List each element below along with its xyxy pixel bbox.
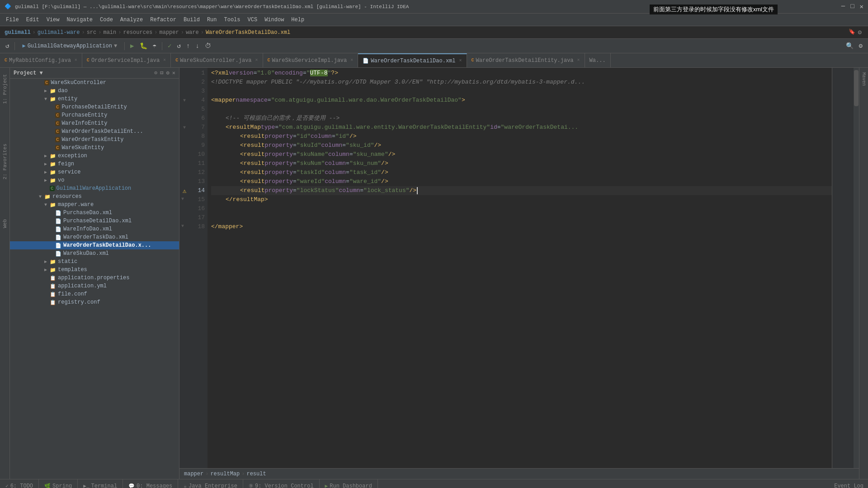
tree-entity[interactable]: ▼ 📁 entity <box>10 95 179 103</box>
maximize-button[interactable]: □ <box>850 3 854 10</box>
web-panel-toggle[interactable]: Web <box>1 217 9 230</box>
editor-bc-result[interactable]: result <box>246 471 266 477</box>
bc-ware[interactable]: ware <box>186 29 199 36</box>
git-refresh[interactable]: ↺ <box>175 41 182 51</box>
menu-help[interactable]: Help <box>288 15 308 25</box>
tree-wareordertaskdao-xml[interactable]: 📄 WareOrderTaskDao.xml <box>10 233 179 241</box>
tree-purchasedetailentity[interactable]: C PurchaseDetailEntity <box>10 103 179 111</box>
project-panel-toggle[interactable]: 1: Project <box>1 72 9 106</box>
tab-messages[interactable]: 💬 0: Messages <box>123 479 178 488</box>
tab-spring[interactable]: 🌿 Spring <box>39 479 78 488</box>
tree-registry-conf[interactable]: 📋 registry.conf <box>10 298 179 306</box>
tab-wareskuserviceimpl[interactable]: C WareSkuServiceImpl.java × <box>263 53 359 67</box>
tree-gulimallwareapplication[interactable]: C GulimallWareApplication <box>10 184 179 192</box>
tree-wareinfodao-xml[interactable]: 📄 WareInfoDao.xml <box>10 225 179 233</box>
bc-gulimall-ware[interactable]: gulimall-ware <box>38 29 80 36</box>
tab-wareskucontroller[interactable]: C WareSkuController.java × <box>171 53 263 67</box>
tab-wareordertaskdetailentity[interactable]: C WareOrderTaskDetailEntity.java × <box>467 53 585 67</box>
code-editor[interactable]: <?xml version = "1.0" encoding = "UTF-8"… <box>208 68 832 468</box>
menu-vcs[interactable]: VCS <box>244 15 261 25</box>
tab-orderserviceimpl[interactable]: C OrderServiceImpl.java × <box>82 53 171 67</box>
tree-file-conf[interactable]: 📋 file.conf <box>10 290 179 298</box>
tab-run-dashboard[interactable]: ▶ Run Dashboard <box>320 479 378 488</box>
menu-edit[interactable]: Edit <box>23 15 43 25</box>
run-button[interactable]: ▶ <box>128 41 136 51</box>
fold-icon-line15[interactable]: ▼ <box>181 197 184 202</box>
tree-static[interactable]: ▶ 📁 static <box>10 258 179 266</box>
tree-service[interactable]: ▶ 📁 service <box>10 168 179 176</box>
menu-code[interactable]: Code <box>96 15 117 25</box>
settings-button[interactable]: ⚙ <box>857 41 864 51</box>
coverage-button[interactable]: ☂ <box>151 41 158 51</box>
debug-button[interactable]: 🐛 <box>138 41 149 51</box>
tab-close-wareskuserviceimpl[interactable]: × <box>350 58 353 63</box>
tree-wareskudao-xml[interactable]: 📄 WareSkuDao.xml <box>10 249 179 258</box>
tree-application-properties[interactable]: 📋 application.properties <box>10 274 179 282</box>
scrollbar-thumb[interactable] <box>854 70 859 106</box>
bc-file[interactable]: WareOrderTaskDetailDao.xml <box>206 29 290 36</box>
warning-icon-line14[interactable]: ⚠ <box>183 187 186 195</box>
git-pull[interactable]: ↓ <box>193 42 201 51</box>
tree-feign[interactable]: ▶ 📁 feign <box>10 160 179 168</box>
editor-bc-mapper[interactable]: mapper <box>184 471 203 477</box>
tab-terminal[interactable]: ▶_ Terminal <box>78 479 123 488</box>
git-checkmark[interactable]: ✓ <box>166 41 173 51</box>
tree-exception[interactable]: ▶ 📁 exception <box>10 152 179 160</box>
maven-panel-toggle[interactable]: Maven <box>861 72 866 86</box>
bc-main[interactable]: main <box>103 29 116 36</box>
sidebar-settings[interactable]: ⚙ <box>166 70 170 76</box>
tree-purchaseentity[interactable]: C PurchaseEntity <box>10 111 179 119</box>
tree-purchasedao-xml[interactable]: 📄 PurchaseDao.xml <box>10 209 179 217</box>
menu-window[interactable]: Window <box>261 15 288 25</box>
tree-wareordertaskentity[interactable]: C WareOrderTaskEntity <box>10 136 179 144</box>
tree-dao[interactable]: ▶ 📁 dao <box>10 87 179 95</box>
tree-wareordertaskdetaildao-xml[interactable]: 📄 WareOrderTaskDetailDao.x... <box>10 241 179 249</box>
tree-wareordertaskdetailentity[interactable]: C WareOrderTaskDetailEnt... <box>10 127 179 136</box>
bc-src[interactable]: src <box>87 29 97 36</box>
tree-mapper-ware[interactable]: ▼ 📁 mapper.ware <box>10 201 179 209</box>
event-log-tab[interactable]: Event Log <box>834 483 863 488</box>
menu-view[interactable]: View <box>43 15 63 25</box>
run-config-dropdown[interactable]: ▼ <box>114 43 117 49</box>
bc-resources[interactable]: resources <box>123 29 152 36</box>
fold-icon-line4[interactable]: ▼ <box>183 98 186 103</box>
menu-navigate[interactable]: Navigate <box>63 15 96 25</box>
minimize-button[interactable]: ─ <box>841 3 845 10</box>
menu-analyze[interactable]: Analyze <box>117 15 146 25</box>
sidebar-collapse-all[interactable]: ⊟ <box>160 70 163 76</box>
tree-wareinfoentity[interactable]: C WareInfoEntity <box>10 119 179 127</box>
tree-templates[interactable]: ▶ 📁 templates <box>10 266 179 274</box>
fold-icon-line7[interactable]: ▼ <box>183 125 186 130</box>
menu-tools[interactable]: Tools <box>221 15 244 25</box>
tab-todo[interactable]: ✓ 6: TODO <box>0 479 39 488</box>
sidebar-scroll-from-source[interactable]: ⊙ <box>154 70 157 76</box>
bc-gulimall[interactable]: gulimall <box>5 29 31 36</box>
sidebar-close[interactable]: ✕ <box>172 70 175 76</box>
toolbar-rerun[interactable]: ↺ <box>4 41 11 51</box>
tab-close-wareordertaskdetailentity[interactable]: × <box>577 58 580 63</box>
config-icon[interactable]: ⚙ <box>858 28 862 36</box>
run-config-selector[interactable]: ▶ GulimallGatewayApplication ▼ <box>19 42 121 50</box>
menu-file[interactable]: File <box>2 15 23 25</box>
tree-wareskuentity[interactable]: C WareSkuEntity <box>10 144 179 152</box>
fold-icon-line18[interactable]: ▼ <box>181 224 184 229</box>
menu-build[interactable]: Build <box>180 15 203 25</box>
tab-version-control[interactable]: ⑨ 9: Version Control <box>243 479 320 488</box>
bookmark-icon[interactable]: 🔖 <box>849 28 855 36</box>
git-push[interactable]: ↑ <box>184 42 192 51</box>
menu-run[interactable]: Run <box>203 15 221 25</box>
tab-myrabbitconfig[interactable]: C MyRabbitConfig.java × <box>0 53 82 67</box>
close-button[interactable]: ✕ <box>860 3 863 10</box>
tab-java-enterprise[interactable]: ☕ Java Enterprise <box>178 479 243 488</box>
tree-vo[interactable]: ▶ 📁 vo <box>10 176 179 184</box>
tab-wareordertaskdetaildao[interactable]: 📄 WareOrderTaskDetailDao.xml × <box>358 53 467 67</box>
editor-bc-resultmap[interactable]: resultMap <box>210 471 240 477</box>
tree-application-yml[interactable]: 📋 application.yml <box>10 282 179 290</box>
tree-wareskucontroller[interactable]: C WareSkuController <box>10 79 179 87</box>
favorites-panel-toggle[interactable]: 2: Favorites <box>1 142 9 181</box>
git-history[interactable]: ⏱ <box>203 42 213 51</box>
menu-refactor[interactable]: Refactor <box>146 15 180 25</box>
tab-close-wareskucontroller[interactable]: × <box>255 58 258 63</box>
tab-wa-more[interactable]: Wa... <box>585 53 611 67</box>
tab-close-myrabbitconfig[interactable]: × <box>75 58 77 63</box>
